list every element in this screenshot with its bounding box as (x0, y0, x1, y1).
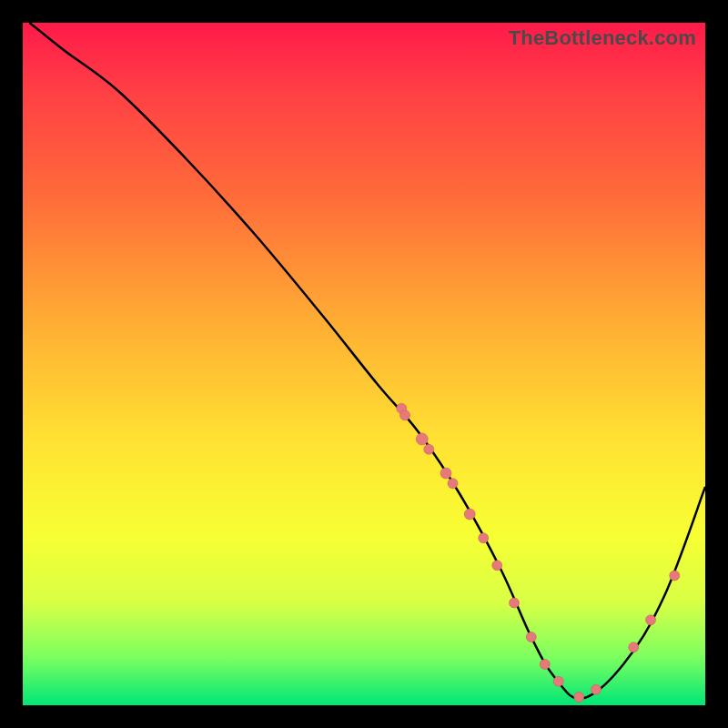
chart-marker (646, 615, 656, 625)
chart-marker (424, 444, 434, 454)
chart-marker (479, 533, 489, 543)
curve-line (30, 23, 706, 699)
chart-marker (526, 632, 536, 642)
chart-marker (574, 693, 584, 703)
chart-marker (670, 571, 680, 581)
marker-group (397, 403, 680, 702)
chart-overlay-svg (23, 23, 705, 705)
chart-stage: TheBottleneck.com (0, 0, 728, 728)
chart-marker (448, 479, 458, 489)
chart-marker (510, 598, 520, 608)
chart-marker (400, 410, 410, 420)
chart-marker (592, 684, 602, 694)
chart-marker (540, 660, 550, 670)
chart-marker (440, 468, 451, 479)
chart-marker (464, 509, 475, 520)
chart-marker (553, 676, 563, 686)
chart-plot-area: TheBottleneck.com (23, 23, 705, 705)
chart-marker (416, 433, 428, 445)
chart-marker (492, 561, 502, 571)
chart-marker (629, 642, 639, 652)
